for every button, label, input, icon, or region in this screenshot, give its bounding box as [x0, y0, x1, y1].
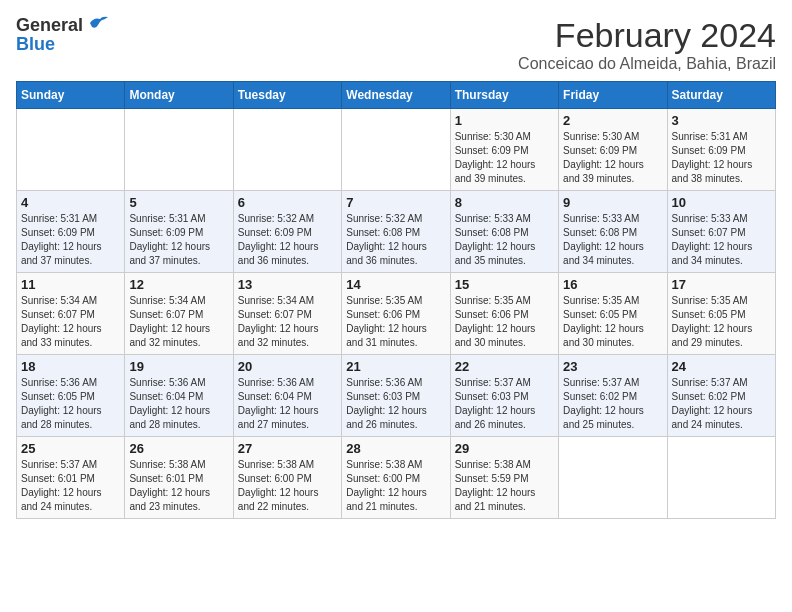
day-info: Sunrise: 5:35 AM Sunset: 6:06 PM Dayligh… [455, 294, 554, 350]
header-cell-thursday: Thursday [450, 82, 558, 109]
day-cell: 10Sunrise: 5:33 AM Sunset: 6:07 PM Dayli… [667, 191, 775, 273]
subtitle: Conceicao do Almeida, Bahia, Brazil [518, 55, 776, 73]
week-row-2: 4Sunrise: 5:31 AM Sunset: 6:09 PM Daylig… [17, 191, 776, 273]
day-cell: 27Sunrise: 5:38 AM Sunset: 6:00 PM Dayli… [233, 437, 341, 519]
day-cell: 19Sunrise: 5:36 AM Sunset: 6:04 PM Dayli… [125, 355, 233, 437]
day-info: Sunrise: 5:36 AM Sunset: 6:04 PM Dayligh… [238, 376, 337, 432]
day-info: Sunrise: 5:33 AM Sunset: 6:08 PM Dayligh… [455, 212, 554, 268]
title-block: February 2024 Conceicao do Almeida, Bahi… [518, 16, 776, 73]
day-number: 26 [129, 441, 228, 456]
header-cell-saturday: Saturday [667, 82, 775, 109]
day-info: Sunrise: 5:37 AM Sunset: 6:03 PM Dayligh… [455, 376, 554, 432]
day-info: Sunrise: 5:35 AM Sunset: 6:06 PM Dayligh… [346, 294, 445, 350]
day-number: 1 [455, 113, 554, 128]
day-number: 25 [21, 441, 120, 456]
day-info: Sunrise: 5:33 AM Sunset: 6:07 PM Dayligh… [672, 212, 771, 268]
day-cell: 18Sunrise: 5:36 AM Sunset: 6:05 PM Dayli… [17, 355, 125, 437]
day-info: Sunrise: 5:30 AM Sunset: 6:09 PM Dayligh… [455, 130, 554, 186]
header: General Blue February 2024 Conceicao do … [16, 16, 776, 73]
day-number: 28 [346, 441, 445, 456]
header-cell-sunday: Sunday [17, 82, 125, 109]
header-cell-friday: Friday [559, 82, 667, 109]
logo-bird-icon [88, 15, 108, 29]
day-info: Sunrise: 5:38 AM Sunset: 6:01 PM Dayligh… [129, 458, 228, 514]
day-info: Sunrise: 5:37 AM Sunset: 6:02 PM Dayligh… [672, 376, 771, 432]
day-info: Sunrise: 5:38 AM Sunset: 5:59 PM Dayligh… [455, 458, 554, 514]
day-number: 19 [129, 359, 228, 374]
day-cell: 8Sunrise: 5:33 AM Sunset: 6:08 PM Daylig… [450, 191, 558, 273]
week-row-3: 11Sunrise: 5:34 AM Sunset: 6:07 PM Dayli… [17, 273, 776, 355]
day-cell [667, 437, 775, 519]
day-info: Sunrise: 5:36 AM Sunset: 6:04 PM Dayligh… [129, 376, 228, 432]
day-cell [125, 109, 233, 191]
day-number: 27 [238, 441, 337, 456]
day-number: 2 [563, 113, 662, 128]
day-number: 10 [672, 195, 771, 210]
week-row-1: 1Sunrise: 5:30 AM Sunset: 6:09 PM Daylig… [17, 109, 776, 191]
day-number: 21 [346, 359, 445, 374]
day-cell: 13Sunrise: 5:34 AM Sunset: 6:07 PM Dayli… [233, 273, 341, 355]
day-number: 16 [563, 277, 662, 292]
day-cell: 11Sunrise: 5:34 AM Sunset: 6:07 PM Dayli… [17, 273, 125, 355]
logo-blue: Blue [16, 35, 55, 53]
day-number: 13 [238, 277, 337, 292]
day-number: 23 [563, 359, 662, 374]
day-info: Sunrise: 5:34 AM Sunset: 6:07 PM Dayligh… [21, 294, 120, 350]
day-cell: 22Sunrise: 5:37 AM Sunset: 6:03 PM Dayli… [450, 355, 558, 437]
day-info: Sunrise: 5:35 AM Sunset: 6:05 PM Dayligh… [672, 294, 771, 350]
day-cell [342, 109, 450, 191]
day-cell: 26Sunrise: 5:38 AM Sunset: 6:01 PM Dayli… [125, 437, 233, 519]
day-number: 17 [672, 277, 771, 292]
day-number: 4 [21, 195, 120, 210]
day-cell [559, 437, 667, 519]
day-info: Sunrise: 5:38 AM Sunset: 6:00 PM Dayligh… [238, 458, 337, 514]
day-number: 7 [346, 195, 445, 210]
day-number: 6 [238, 195, 337, 210]
header-cell-wednesday: Wednesday [342, 82, 450, 109]
day-info: Sunrise: 5:37 AM Sunset: 6:01 PM Dayligh… [21, 458, 120, 514]
day-info: Sunrise: 5:36 AM Sunset: 6:05 PM Dayligh… [21, 376, 120, 432]
day-info: Sunrise: 5:30 AM Sunset: 6:09 PM Dayligh… [563, 130, 662, 186]
day-number: 5 [129, 195, 228, 210]
day-info: Sunrise: 5:34 AM Sunset: 6:07 PM Dayligh… [129, 294, 228, 350]
day-cell: 24Sunrise: 5:37 AM Sunset: 6:02 PM Dayli… [667, 355, 775, 437]
main-title: February 2024 [518, 16, 776, 55]
calendar-header: SundayMondayTuesdayWednesdayThursdayFrid… [17, 82, 776, 109]
day-info: Sunrise: 5:32 AM Sunset: 6:09 PM Dayligh… [238, 212, 337, 268]
calendar-table: SundayMondayTuesdayWednesdayThursdayFrid… [16, 81, 776, 519]
header-cell-tuesday: Tuesday [233, 82, 341, 109]
day-cell: 4Sunrise: 5:31 AM Sunset: 6:09 PM Daylig… [17, 191, 125, 273]
day-number: 3 [672, 113, 771, 128]
day-number: 14 [346, 277, 445, 292]
day-cell: 12Sunrise: 5:34 AM Sunset: 6:07 PM Dayli… [125, 273, 233, 355]
day-number: 29 [455, 441, 554, 456]
day-cell: 3Sunrise: 5:31 AM Sunset: 6:09 PM Daylig… [667, 109, 775, 191]
day-cell: 5Sunrise: 5:31 AM Sunset: 6:09 PM Daylig… [125, 191, 233, 273]
day-info: Sunrise: 5:36 AM Sunset: 6:03 PM Dayligh… [346, 376, 445, 432]
logo-general: General [16, 15, 83, 35]
day-info: Sunrise: 5:31 AM Sunset: 6:09 PM Dayligh… [672, 130, 771, 186]
day-info: Sunrise: 5:31 AM Sunset: 6:09 PM Dayligh… [21, 212, 120, 268]
day-info: Sunrise: 5:35 AM Sunset: 6:05 PM Dayligh… [563, 294, 662, 350]
day-cell: 21Sunrise: 5:36 AM Sunset: 6:03 PM Dayli… [342, 355, 450, 437]
week-row-4: 18Sunrise: 5:36 AM Sunset: 6:05 PM Dayli… [17, 355, 776, 437]
day-cell: 23Sunrise: 5:37 AM Sunset: 6:02 PM Dayli… [559, 355, 667, 437]
day-number: 12 [129, 277, 228, 292]
logo: General Blue [16, 16, 108, 53]
day-cell: 7Sunrise: 5:32 AM Sunset: 6:08 PM Daylig… [342, 191, 450, 273]
header-row: SundayMondayTuesdayWednesdayThursdayFrid… [17, 82, 776, 109]
day-cell: 1Sunrise: 5:30 AM Sunset: 6:09 PM Daylig… [450, 109, 558, 191]
logo-top: General [16, 16, 108, 35]
day-cell: 17Sunrise: 5:35 AM Sunset: 6:05 PM Dayli… [667, 273, 775, 355]
day-number: 20 [238, 359, 337, 374]
week-row-5: 25Sunrise: 5:37 AM Sunset: 6:01 PM Dayli… [17, 437, 776, 519]
day-cell: 6Sunrise: 5:32 AM Sunset: 6:09 PM Daylig… [233, 191, 341, 273]
day-number: 18 [21, 359, 120, 374]
day-cell [17, 109, 125, 191]
day-cell: 20Sunrise: 5:36 AM Sunset: 6:04 PM Dayli… [233, 355, 341, 437]
day-number: 22 [455, 359, 554, 374]
day-cell: 29Sunrise: 5:38 AM Sunset: 5:59 PM Dayli… [450, 437, 558, 519]
day-number: 9 [563, 195, 662, 210]
day-cell: 15Sunrise: 5:35 AM Sunset: 6:06 PM Dayli… [450, 273, 558, 355]
day-number: 8 [455, 195, 554, 210]
